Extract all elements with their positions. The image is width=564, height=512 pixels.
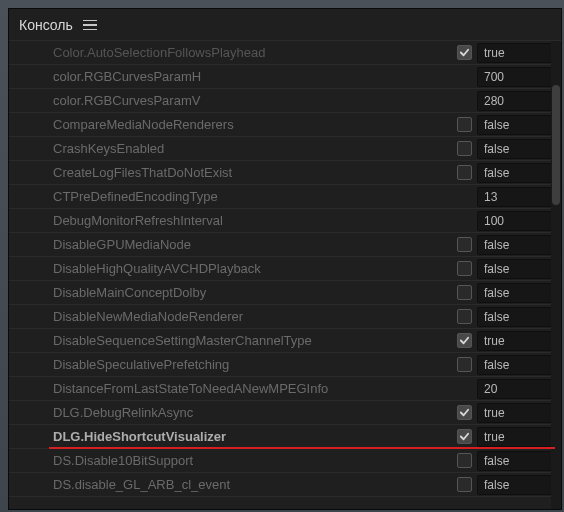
setting-row: DS.Disable10BitSupportfalse — [9, 449, 561, 473]
checkbox[interactable] — [457, 405, 472, 420]
setting-row: color.RGBCurvesParamH700 — [9, 65, 561, 89]
setting-label: DS.Disable10BitSupport — [53, 453, 451, 468]
value-field[interactable]: false — [477, 283, 555, 303]
checkbox[interactable] — [457, 333, 472, 348]
setting-row: DisableMainConceptDolbyfalse — [9, 281, 561, 305]
checkbox-cell — [451, 117, 477, 132]
setting-row: color.RGBCurvesParamV280 — [9, 89, 561, 113]
setting-label: DisableSpeculativePrefetching — [53, 357, 451, 372]
value-field[interactable]: false — [477, 259, 555, 279]
setting-label: DS.disable_GL_ARB_cl_event — [53, 477, 451, 492]
checkbox[interactable] — [457, 453, 472, 468]
value-field[interactable]: 280 — [477, 91, 555, 111]
checkbox-cell — [451, 237, 477, 252]
checkbox[interactable] — [457, 117, 472, 132]
value-field[interactable]: false — [477, 355, 555, 375]
setting-label: DisableGPUMediaNode — [53, 237, 451, 252]
setting-row: DisableHighQualityAVCHDPlaybackfalse — [9, 257, 561, 281]
scrollbar[interactable] — [551, 41, 561, 509]
setting-label: CTPreDefinedEncodingType — [53, 189, 451, 204]
setting-label: DLG.DebugRelinkAsync — [53, 405, 451, 420]
console-panel: Консоль Color.AutoSelectionFollowsPlayhe… — [8, 8, 562, 510]
setting-row: Color.AutoSelectionFollowsPlayheadtrue — [9, 41, 561, 65]
checkbox[interactable] — [457, 237, 472, 252]
setting-label: DistanceFromLastStateToNeedANewMPEGInfo — [53, 381, 451, 396]
checkbox-cell — [451, 333, 477, 348]
settings-list: Color.AutoSelectionFollowsPlayheadtrueco… — [9, 41, 561, 509]
checkbox-cell — [451, 309, 477, 324]
value-field[interactable]: false — [477, 163, 555, 183]
setting-label: DisableNewMediaNodeRenderer — [53, 309, 451, 324]
setting-label: CrashKeysEnabled — [53, 141, 451, 156]
setting-row: DebugMonitorRefreshInterval100 — [9, 209, 561, 233]
setting-row: CTPreDefinedEncodingType13 — [9, 185, 561, 209]
setting-label: color.RGBCurvesParamV — [53, 93, 451, 108]
value-field[interactable]: true — [477, 427, 555, 447]
checkbox[interactable] — [457, 357, 472, 372]
setting-row: DS.disable_GL_ARB_cl_eventfalse — [9, 473, 561, 497]
panel-title: Консоль — [19, 17, 73, 33]
setting-label: CreateLogFilesThatDoNotExist — [53, 165, 451, 180]
setting-row: DLG.HideShortcutVisualizertrue — [9, 425, 561, 449]
window-frame: Консоль Color.AutoSelectionFollowsPlayhe… — [0, 0, 564, 512]
setting-row: DisableSequenceSettingMasterChannelTypet… — [9, 329, 561, 353]
value-field[interactable]: true — [477, 43, 555, 63]
value-field[interactable]: false — [477, 307, 555, 327]
setting-row: DistanceFromLastStateToNeedANewMPEGInfo2… — [9, 377, 561, 401]
value-field[interactable]: 13 — [477, 187, 555, 207]
highlight-underline — [49, 447, 555, 450]
checkbox-cell — [451, 453, 477, 468]
checkbox[interactable] — [457, 309, 472, 324]
value-field[interactable]: false — [477, 451, 555, 471]
setting-label: DLG.HideShortcutVisualizer — [53, 429, 451, 444]
checkbox[interactable] — [457, 429, 472, 444]
value-field[interactable]: true — [477, 403, 555, 423]
checkbox-cell — [451, 357, 477, 372]
setting-row: DisableSpeculativePrefetchingfalse — [9, 353, 561, 377]
scrollbar-thumb[interactable] — [552, 85, 560, 205]
checkbox[interactable] — [457, 477, 472, 492]
setting-label: DisableSequenceSettingMasterChannelType — [53, 333, 451, 348]
checkbox[interactable] — [457, 261, 472, 276]
menu-icon[interactable] — [83, 20, 97, 31]
checkbox-cell — [451, 45, 477, 60]
checkbox-cell — [451, 429, 477, 444]
checkbox[interactable] — [457, 165, 472, 180]
checkbox-cell — [451, 477, 477, 492]
value-field[interactable]: false — [477, 475, 555, 495]
setting-row: DisableGPUMediaNodefalse — [9, 233, 561, 257]
checkbox-cell — [451, 141, 477, 156]
setting-row: DLG.DebugRelinkAsynctrue — [9, 401, 561, 425]
setting-row: CreateLogFilesThatDoNotExistfalse — [9, 161, 561, 185]
value-field[interactable]: false — [477, 115, 555, 135]
value-field[interactable]: false — [477, 235, 555, 255]
value-field[interactable]: 20 — [477, 379, 555, 399]
setting-label: DisableMainConceptDolby — [53, 285, 451, 300]
checkbox-cell — [451, 285, 477, 300]
value-field[interactable]: 100 — [477, 211, 555, 231]
checkbox[interactable] — [457, 141, 472, 156]
setting-label: DisableHighQualityAVCHDPlayback — [53, 261, 451, 276]
setting-label: CompareMediaNodeRenderers — [53, 117, 451, 132]
checkbox-cell — [451, 165, 477, 180]
value-field[interactable]: false — [477, 139, 555, 159]
setting-row: DisableNewMediaNodeRendererfalse — [9, 305, 561, 329]
checkbox-cell — [451, 405, 477, 420]
panel-header: Консоль — [9, 9, 561, 41]
value-field[interactable]: 700 — [477, 67, 555, 87]
checkbox[interactable] — [457, 45, 472, 60]
setting-row: CrashKeysEnabledfalse — [9, 137, 561, 161]
checkbox-cell — [451, 261, 477, 276]
setting-label: DebugMonitorRefreshInterval — [53, 213, 451, 228]
checkbox[interactable] — [457, 285, 472, 300]
value-field[interactable]: true — [477, 331, 555, 351]
setting-label: Color.AutoSelectionFollowsPlayhead — [53, 45, 451, 60]
setting-label: color.RGBCurvesParamH — [53, 69, 451, 84]
setting-row: CompareMediaNodeRenderersfalse — [9, 113, 561, 137]
